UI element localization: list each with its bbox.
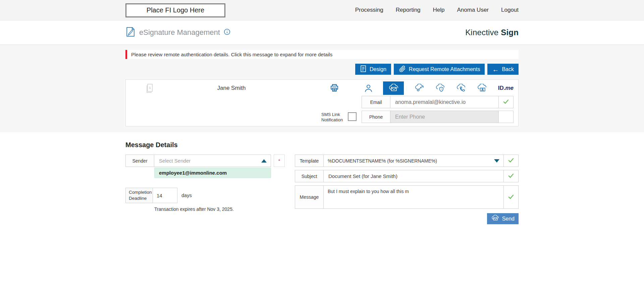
subject-input[interactable] — [328, 173, 499, 179]
email-valid-cell — [498, 96, 513, 108]
signer-card: 1 Jane Smith — [125, 79, 519, 126]
message-input-group: Message But I must explain to you how al… — [295, 185, 519, 209]
cloud-send-icon — [491, 215, 499, 223]
method-remote-phone-icon[interactable] — [456, 84, 467, 93]
send-button[interactable]: Send — [487, 213, 519, 224]
template-value[interactable]: %DOCUMENTSETNAME% (for %SIGNERNAME%) — [328, 158, 491, 164]
design-document-icon — [360, 65, 367, 74]
sender-input[interactable] — [158, 158, 259, 164]
subject-input-group: Subject — [295, 170, 519, 182]
app-header: eSignature Management Kinective Sign — [0, 20, 644, 45]
message-details-heading: Message Details — [125, 141, 519, 149]
phone-valid-cell — [498, 111, 513, 123]
completion-deadline-input[interactable] — [156, 192, 173, 199]
completion-deadline-group: Completion Deadline — [125, 188, 177, 203]
method-remote-email-icon[interactable] — [383, 81, 404, 95]
email-label: Email — [362, 96, 390, 108]
svg-text:1: 1 — [149, 86, 151, 89]
request-remote-attachments-button[interactable]: Request Remote Attachments — [394, 64, 485, 75]
checkmark-icon — [507, 193, 515, 201]
template-label: Template — [295, 155, 324, 167]
document-page-1-icon: 1 — [145, 83, 154, 95]
subject-label: Subject — [295, 170, 324, 182]
svg-text:?: ? — [441, 88, 442, 91]
top-navigation: Processing Reporting Help Anoma User Log… — [355, 7, 519, 13]
template-input-group: Template %DOCUMENTSETNAME% (for %SIGNERN… — [295, 155, 519, 167]
brand-name: Kinective — [465, 28, 498, 37]
sms-link-notification-label: SMS Link Notification — [321, 112, 347, 123]
message-details-section: Message Details Sender * — [0, 132, 644, 224]
subject-valid-cell — [503, 170, 518, 182]
page-title: eSignature Management — [139, 28, 220, 37]
paperclip-icon — [398, 65, 406, 74]
message-valid-cell — [503, 186, 518, 208]
delivery-method-selector: ? — [364, 81, 514, 95]
phone-input-group: Phone — [362, 111, 514, 123]
print-icon[interactable] — [330, 83, 339, 94]
completion-deadline-label: Completion Deadline — [126, 188, 153, 203]
sender-input-group: Sender — [125, 155, 271, 167]
review-section: Please review remote authentication deta… — [0, 45, 644, 132]
method-in-person-icon[interactable] — [364, 84, 373, 93]
brand-logo: Kinective Sign — [465, 28, 519, 37]
esignature-document-icon — [125, 26, 136, 39]
fi-logo-placeholder: Place FI Logo Here — [125, 3, 225, 17]
nav-reporting[interactable]: Reporting — [396, 7, 421, 13]
email-input[interactable] — [394, 99, 494, 106]
design-button[interactable]: Design — [355, 64, 391, 75]
expiration-note: Transaction expires after Nov 3, 2025. — [154, 206, 295, 212]
action-buttons-row: Design Request Remote Attachments ← Back — [125, 64, 519, 75]
sender-label: Sender — [126, 155, 154, 167]
alert-text: Please review remote authentication deta… — [131, 52, 332, 57]
checkmark-icon — [502, 98, 509, 106]
email-input-group: Email — [362, 96, 514, 108]
nav-logout[interactable]: Logout — [501, 7, 519, 13]
sender-required-marker: * — [274, 155, 285, 167]
dropdown-open-icon[interactable] — [261, 159, 267, 163]
back-button[interactable]: ← Back — [487, 64, 519, 75]
sender-dropdown-option[interactable]: employee1@immonline.com — [154, 168, 271, 178]
authentication-alert-banner[interactable]: Please review remote authentication deta… — [125, 50, 519, 59]
checkmark-icon — [507, 157, 515, 165]
nav-help[interactable]: Help — [433, 7, 445, 13]
phone-input[interactable] — [394, 114, 494, 120]
method-idme-logo[interactable]: ID.me — [498, 85, 514, 92]
method-remote-key-icon[interactable] — [414, 84, 425, 93]
method-remote-id-verification-icon[interactable] — [477, 84, 488, 93]
message-label: Message — [295, 186, 324, 208]
fi-logo-text: Place FI Logo Here — [147, 6, 204, 14]
deadline-unit-label: days — [181, 193, 192, 198]
nav-processing[interactable]: Processing — [355, 7, 383, 13]
signer-name: Jane Smith — [203, 85, 260, 92]
message-textarea[interactable]: But I must explain to you how all this m — [324, 186, 503, 208]
method-remote-security-question-icon[interactable]: ? — [435, 84, 446, 93]
topbar: Place FI Logo Here Processing Reporting … — [0, 0, 644, 20]
nav-user-menu[interactable]: Anoma User — [457, 7, 489, 13]
checkmark-icon — [507, 172, 515, 180]
brand-product: Sign — [501, 28, 519, 37]
dropdown-closed-icon[interactable] — [494, 159, 499, 163]
info-icon[interactable] — [224, 28, 230, 37]
phone-label: Phone — [362, 111, 390, 123]
template-valid-cell — [503, 155, 518, 167]
sms-link-notification-checkbox[interactable] — [348, 112, 357, 121]
back-arrow-icon: ← — [492, 66, 499, 73]
